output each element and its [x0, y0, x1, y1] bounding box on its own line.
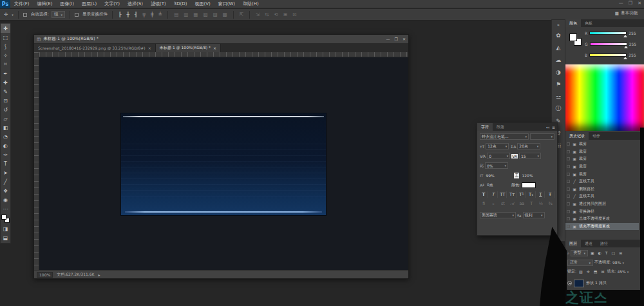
tab-channels[interactable]: 通道 — [581, 240, 596, 247]
panel-menu-icon[interactable]: ≡ — [552, 125, 555, 129]
screen-mode-button[interactable]: ⬓ — [1, 233, 10, 242]
tab-layers[interactable]: 图层 — [565, 240, 581, 247]
layer-name[interactable]: 形状 1 拷贝 — [586, 280, 607, 286]
red-slider-handle[interactable] — [623, 35, 627, 37]
font-style-dropdown[interactable]: ▾ — [530, 133, 554, 140]
history-source-checkbox[interactable] — [567, 195, 570, 198]
menu-3d[interactable]: 3D(D) — [170, 1, 191, 6]
tab-close-icon[interactable]: × — [213, 46, 216, 50]
hand-tool[interactable]: ❖ — [1, 186, 10, 195]
pen-tool[interactable]: ✑ — [1, 150, 10, 159]
healing-brush-tool[interactable]: ✚ — [1, 78, 10, 87]
distribute-bottom-icon[interactable]: ▦ — [192, 12, 199, 17]
blend-mode-dropdown[interactable]: 正常▾ — [567, 260, 593, 266]
ot-ordinals-icon[interactable]: ½ — [537, 201, 545, 206]
color-spectrum-ramp[interactable] — [565, 64, 644, 131]
panel-collapse-icon[interactable]: ↤ — [546, 125, 549, 129]
dodge-tool[interactable]: ◐ — [1, 141, 10, 150]
lock-all-icon[interactable]: ⊠ — [600, 269, 605, 274]
ot-stylistic-icon[interactable]: aa — [518, 201, 526, 206]
history-source-checkbox[interactable] — [567, 157, 570, 160]
3d-mode-icon-2[interactable]: ⇆ — [263, 12, 270, 17]
3d-mode-icon-1[interactable]: ⇲ — [254, 12, 261, 17]
document-title-bar[interactable]: ◫ 未标题-1 @ 100%(RGB/8) * — ❐ ✕ — [34, 35, 408, 44]
crop-tool[interactable]: ⌗ — [1, 60, 10, 69]
lock-transparency-icon[interactable]: ▨ — [578, 269, 584, 274]
auto-select-checkbox[interactable] — [23, 13, 27, 17]
font-family-dropdown[interactable]: 钟齐流江毛笔...▾ — [480, 133, 529, 140]
auto-align-icon[interactable]: ⇱ — [238, 12, 245, 17]
menu-view[interactable]: 视图(V) — [191, 1, 214, 7]
filter-shape-icon[interactable]: ▢ — [610, 251, 616, 255]
app-maximize-button[interactable]: ❐ — [629, 1, 632, 6]
workspace-switcher[interactable]: ▦ 基本功能 — [615, 10, 638, 16]
strikethrough-button[interactable]: Ŧ — [546, 191, 554, 198]
blur-tool[interactable]: ◔ — [1, 132, 10, 141]
tracking-field[interactable]: 15▾ — [519, 153, 541, 159]
red-slider[interactable] — [589, 32, 627, 35]
doc-minimize-button[interactable]: — — [386, 37, 390, 41]
ot-fractions-icon[interactable]: ¾ — [546, 201, 554, 206]
status-arrow-icon[interactable]: ▸ — [98, 273, 100, 277]
tab-actions[interactable]: 动作 — [589, 132, 604, 140]
menu-edit[interactable]: 编辑(E) — [33, 1, 57, 7]
history-item[interactable]: ▣变换路径 — [565, 207, 639, 215]
language-dropdown[interactable]: 美国英语▾ — [480, 212, 516, 218]
align-top-icon[interactable]: ╤ — [142, 12, 147, 17]
brush-tool[interactable]: ✎ — [1, 87, 10, 96]
fill-value[interactable]: 45% — [617, 269, 625, 274]
history-item[interactable]: ╱直线工具 — [565, 178, 639, 186]
superscript-button[interactable]: T¹ — [518, 191, 526, 198]
subscript-button[interactable]: T₁ — [527, 191, 536, 198]
filter-pixel-icon[interactable]: ▣ — [589, 251, 596, 255]
blue-slider-handle[interactable] — [623, 57, 627, 59]
adjustments-icon[interactable]: ✿ — [553, 29, 564, 41]
baseline-field[interactable]: 0点 — [486, 182, 505, 188]
blue-gradient-shape[interactable] — [120, 113, 327, 216]
layer-filter-dropdown[interactable]: 类型▾ — [571, 250, 588, 256]
app-close-button[interactable]: ✕ — [638, 1, 641, 6]
properties-icon[interactable]: ⚍ — [553, 90, 564, 102]
canvas[interactable] — [39, 57, 408, 270]
color-swatches[interactable] — [1, 215, 10, 223]
horizontal-scale-field[interactable]: 120% — [520, 172, 541, 178]
proportional-field[interactable]: 0%▾ — [485, 162, 508, 169]
tab-paragraph[interactable]: 段落 — [493, 123, 508, 131]
doc-close-button[interactable]: ✕ — [402, 37, 406, 41]
foreground-color-well[interactable] — [569, 33, 577, 41]
fill-caret[interactable]: ▾ — [627, 270, 629, 274]
history-source-checkbox[interactable] — [567, 142, 570, 146]
green-slider[interactable] — [590, 43, 627, 46]
ot-swash-icon[interactable]: 𝒜 — [508, 201, 516, 206]
history-item[interactable]: ▣裁剪 — [565, 155, 639, 163]
vertical-scale-field[interactable]: 99% — [484, 172, 506, 178]
history-item[interactable]: ▣裁剪 — [565, 163, 639, 171]
blue-value[interactable]: 255 — [629, 53, 636, 57]
zoom-tool[interactable]: ◉ — [1, 195, 10, 204]
auto-select-dropdown[interactable]: 组▾ — [52, 11, 65, 18]
history-item[interactable]: ▣裁剪 — [565, 170, 639, 178]
distribute-center-icon[interactable]: ▨ — [212, 12, 219, 17]
ot-contextual-icon[interactable]: ℴ — [489, 201, 498, 206]
underline-button[interactable]: T — [537, 191, 545, 198]
menu-file[interactable]: 文件(F) — [10, 1, 33, 7]
3d-mode-icon-4[interactable]: ⊞ — [282, 12, 289, 17]
distribute-middle-icon[interactable]: ▥ — [182, 12, 189, 17]
doc-maximize-button[interactable]: ❐ — [395, 37, 398, 41]
lock-position-icon[interactable]: ✛ — [585, 269, 591, 274]
tab-swatches[interactable]: 色板 — [581, 19, 596, 27]
ot-discretionary-icon[interactable]: st — [499, 201, 507, 206]
menu-window[interactable]: 窗口(W) — [214, 1, 239, 7]
menu-help[interactable]: 帮助(H) — [239, 1, 263, 7]
document-tab-untitled[interactable]: 未标题-1 @ 100%(RGB/8) * × — [156, 44, 221, 52]
tool-preset-caret[interactable]: ▾ — [12, 13, 14, 17]
layer-row-shape1-copy[interactable]: 形状 1 拷贝 — [565, 278, 644, 288]
history-item[interactable]: ▣删除路径 — [565, 186, 639, 193]
navigator-icon[interactable]: ⚑ — [553, 78, 564, 90]
color-panel-swatches[interactable] — [569, 33, 581, 45]
tab-history[interactable]: 历史记录 — [565, 132, 589, 140]
layer-thumbnail[interactable] — [574, 280, 583, 287]
menu-layer[interactable]: 图层(L) — [78, 1, 100, 7]
history-source-checkbox[interactable] — [567, 165, 570, 168]
history-item[interactable]: ▣裁剪 — [565, 148, 639, 156]
